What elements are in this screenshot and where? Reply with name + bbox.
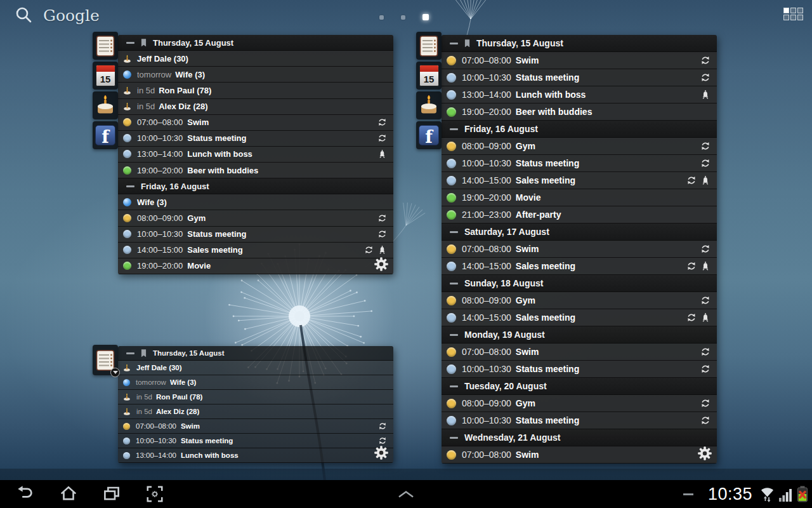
day-header-row[interactable]: Thursday, 15 August <box>118 35 393 51</box>
event-time: 21:00–23:00 <box>462 210 511 220</box>
birthday-row[interactable]: in 5dAlex Diz (28) <box>118 404 393 419</box>
facebook-icon[interactable]: f <box>416 121 442 149</box>
screenshot-icon <box>145 485 164 504</box>
event-title: Gym <box>187 213 206 223</box>
birthday-row[interactable]: in 5dAlex Diz (28) <box>118 99 393 115</box>
facebook-icon[interactable]: f <box>93 121 118 149</box>
event-row[interactable]: 13:00–14:00Lunch with boss <box>442 86 717 104</box>
event-color-dot <box>447 159 456 168</box>
relative-date-label: in 5d <box>136 393 152 401</box>
widget-settings-button[interactable] <box>696 444 714 462</box>
event-row[interactable]: 14:00–15:00Sales meeting <box>118 243 393 258</box>
widget-settings-button[interactable] <box>372 444 390 462</box>
day-header-row[interactable]: Thursday, 15 August <box>442 35 717 52</box>
agenda-widget-icon[interactable] <box>93 32 118 60</box>
event-row[interactable]: 10:00–10:30Status meeting <box>118 227 393 243</box>
event-row[interactable]: 10:00–10:30Status meeting <box>442 155 717 172</box>
recent-apps-button[interactable] <box>100 483 123 505</box>
event-row[interactable]: 08:00–09:00Gym <box>442 138 717 155</box>
event-row[interactable]: 14:00–15:00Sales meeting <box>442 309 717 326</box>
event-row[interactable]: 10:00–10:30Status meeting <box>442 69 717 86</box>
event-row[interactable]: 08:00–09:00Gym <box>118 210 393 226</box>
recent-apps-icon <box>102 485 121 504</box>
event-title: Swim <box>516 244 539 254</box>
event-row[interactable]: 21:00–23:00After-party <box>442 206 717 224</box>
page-indicator <box>379 14 429 20</box>
screenshot-button[interactable] <box>143 483 166 505</box>
birthday-row[interactable]: Jeff Dale (30) <box>118 361 393 375</box>
calendar-date-icon[interactable]: 15 <box>416 62 442 90</box>
page-dot-inactive[interactable] <box>379 15 384 20</box>
home-button[interactable] <box>57 483 80 505</box>
event-row[interactable]: 19:00–20:00Beer with buddies <box>442 104 717 121</box>
event-row[interactable]: 08:00–09:00Gym <box>442 292 717 309</box>
birthday-cake-icon[interactable] <box>93 91 118 119</box>
event-row[interactable]: 14:00–15:00Sales meeting <box>442 172 717 189</box>
day-header-row[interactable]: Friday, 16 August <box>442 121 717 138</box>
event-row[interactable]: 13:00–14:00Lunch with boss <box>118 448 393 463</box>
birthday-row[interactable]: in 5dRon Paul (78) <box>118 390 393 404</box>
bookmark-icon <box>464 39 470 48</box>
page-dot-active[interactable] <box>422 14 429 20</box>
birthday-cake-icon[interactable] <box>416 91 442 119</box>
calendar-date-label: 15 <box>96 72 115 86</box>
birthday-row[interactable]: Jeff Dale (30) <box>118 51 393 67</box>
event-row[interactable]: 07:00–08:00Swim <box>118 419 393 434</box>
day-header-row[interactable]: Wednesday, 21 August <box>442 429 717 446</box>
event-row[interactable]: 19:00–20:00Movie <box>118 258 393 274</box>
day-header-row[interactable]: Tuesday, 20 August <box>442 378 717 395</box>
event-row[interactable]: 07:00–08:00Swim <box>442 344 717 361</box>
birthday-row[interactable]: Wife (3) <box>118 194 393 210</box>
birthday-row[interactable]: in 5dRon Paul (78) <box>118 83 393 98</box>
event-color-dot <box>447 347 456 357</box>
event-row[interactable]: 19:00–20:00Movie <box>442 189 717 206</box>
back-button[interactable] <box>14 483 37 505</box>
event-row[interactable]: 07:00–08:00Swim <box>118 115 393 131</box>
event-row[interactable]: 10:00–10:30Status meeting <box>442 361 717 378</box>
event-time: 13:00–14:00 <box>462 90 511 100</box>
apps-grid-button[interactable] <box>783 8 803 20</box>
event-row[interactable]: 19:00–20:00Beer with buddies <box>118 163 393 178</box>
contact-ball-icon <box>123 70 131 79</box>
event-row[interactable]: 07:00–08:00Swim <box>442 52 717 69</box>
widget-right-rail: 15 f <box>416 32 442 149</box>
day-header-row[interactable]: Friday, 16 August <box>118 178 393 194</box>
day-header-row[interactable]: Monday, 19 August <box>442 326 717 344</box>
day-header-row[interactable]: Thursday, 15 August <box>118 346 393 361</box>
day-header-label: Friday, 16 August <box>464 124 538 134</box>
event-row[interactable]: 14:00–15:00Sales meeting <box>442 258 717 275</box>
event-row[interactable]: 10:00–10:30Status meeting <box>442 412 717 429</box>
relative-date-label: in 5d <box>137 86 155 95</box>
calendar-date-icon[interactable]: 15 <box>93 62 118 90</box>
event-row[interactable]: 10:00–10:30Status meeting <box>118 131 393 147</box>
event-row[interactable]: 08:00–09:00Gym <box>442 395 717 412</box>
event-row[interactable]: 13:00–14:00Lunch with boss <box>118 147 393 163</box>
birthday-row[interactable]: tomorrowWife (3) <box>118 67 393 83</box>
event-time: 10:00–10:30 <box>136 437 176 444</box>
event-color-dot <box>447 244 456 254</box>
event-row[interactable]: 10:00–10:30Status meeting <box>118 434 393 448</box>
event-row[interactable]: 07:00–08:00Swim <box>442 241 717 258</box>
day-header-row[interactable]: Saturday, 17 August <box>442 224 717 241</box>
page-dot-inactive[interactable] <box>401 15 405 20</box>
event-time: 14:00–15:00 <box>462 175 511 185</box>
event-time: 19:00–20:00 <box>462 192 511 203</box>
widget-settings-button[interactable] <box>372 255 390 273</box>
event-row[interactable]: 07:00–08:00Swim <box>442 446 717 464</box>
agenda-widget-icon[interactable] <box>416 32 442 60</box>
event-title: Swim <box>516 450 539 460</box>
agenda-widget-right: Thursday, 15 August07:00–08:00Swim10:00–… <box>442 35 717 464</box>
bookmark-icon <box>141 39 147 47</box>
alarm-icon <box>378 150 386 158</box>
birthday-row[interactable]: tomorrowWife (3) <box>118 375 393 390</box>
repeat-icon <box>701 296 710 305</box>
mini-apps-tray-toggle[interactable] <box>396 480 416 508</box>
day-header-row[interactable]: Sunday, 18 August <box>442 275 717 292</box>
google-search-bar[interactable]: Google <box>6 3 107 27</box>
event-title: Gym <box>516 398 535 408</box>
event-color-dot <box>447 73 456 83</box>
birthday-title: Jeff Dale (30) <box>136 364 182 371</box>
agenda-widget-icon[interactable] <box>93 345 118 375</box>
notification-dash-icon[interactable] <box>683 493 693 495</box>
event-time: 13:00–14:00 <box>136 451 176 459</box>
